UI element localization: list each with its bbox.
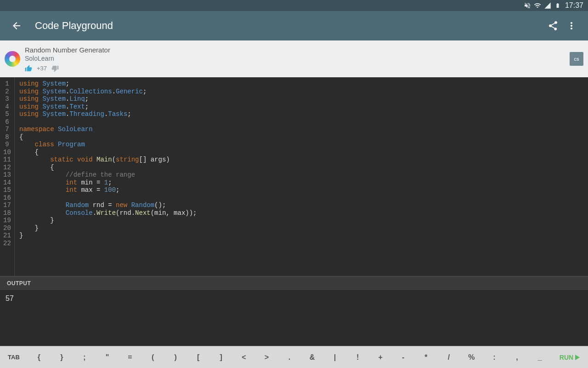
symbol-key[interactable]: !: [346, 353, 369, 362]
symbol-key[interactable]: +: [369, 353, 392, 362]
signal-icon: [544, 2, 551, 9]
tab-key[interactable]: TAB: [0, 354, 28, 361]
share-button[interactable]: [544, 17, 562, 35]
app-title: Code Playground: [35, 20, 544, 32]
line-gutter: 12345678910111213141516171819202122: [0, 77, 15, 276]
thumbs-down-icon[interactable]: [51, 65, 59, 72]
symbol-key[interactable]: .: [278, 353, 301, 362]
symbol-key[interactable]: =: [119, 353, 141, 362]
thumbs-up-icon[interactable]: [25, 65, 32, 72]
author-avatar[interactable]: [5, 51, 20, 67]
symbol-key[interactable]: |: [323, 353, 346, 362]
back-button[interactable]: [7, 17, 26, 35]
symbol-key[interactable]: :: [483, 353, 506, 362]
symbol-key[interactable]: ): [164, 353, 187, 362]
symbol-key[interactable]: ": [96, 353, 119, 362]
language-badge: cs: [570, 52, 583, 66]
symbol-key[interactable]: &: [301, 353, 324, 362]
author-name: SoloLearn: [25, 55, 110, 62]
symbol-key[interactable]: -: [392, 353, 415, 362]
output-header[interactable]: OUTPUT: [0, 276, 588, 291]
symbol-key[interactable]: /: [437, 353, 460, 362]
wifi-icon: [534, 2, 541, 9]
symbol-key[interactable]: _: [528, 353, 551, 362]
mute-icon: [524, 2, 531, 9]
code-title: Random Number Generator: [25, 46, 110, 54]
symbol-key[interactable]: *: [415, 353, 438, 362]
symbol-toolbar: TAB {};"=()[]<>.&|!+-*/%:,_ RUN: [0, 346, 588, 368]
symbol-key[interactable]: <: [232, 353, 255, 362]
symbol-key[interactable]: {: [28, 353, 51, 362]
symbol-key[interactable]: [: [187, 353, 210, 362]
symbol-key[interactable]: }: [51, 353, 74, 362]
play-icon: [575, 355, 580, 360]
symbol-key[interactable]: >: [255, 353, 278, 362]
overflow-menu-button[interactable]: [562, 17, 581, 35]
status-bar: 17:37: [0, 0, 588, 11]
vote-count: +37: [37, 65, 47, 72]
code-editor[interactable]: 12345678910111213141516171819202122 usin…: [0, 77, 588, 276]
symbol-key[interactable]: (: [141, 353, 164, 362]
run-label: RUN: [560, 354, 573, 361]
app-bar: Code Playground: [0, 11, 588, 40]
symbol-key[interactable]: ]: [210, 353, 233, 362]
code-meta: Random Number Generator SoloLearn +37 cs: [0, 40, 588, 77]
symbol-key[interactable]: %: [460, 353, 483, 362]
code-content[interactable]: using System; using System.Collections.G…: [15, 77, 588, 276]
run-button[interactable]: RUN: [551, 354, 588, 361]
clock: 17:37: [565, 1, 583, 10]
symbol-key[interactable]: ;: [73, 353, 96, 362]
battery-icon: [554, 2, 561, 9]
output-content: 57: [0, 291, 588, 346]
symbol-key[interactable]: ,: [506, 353, 529, 362]
